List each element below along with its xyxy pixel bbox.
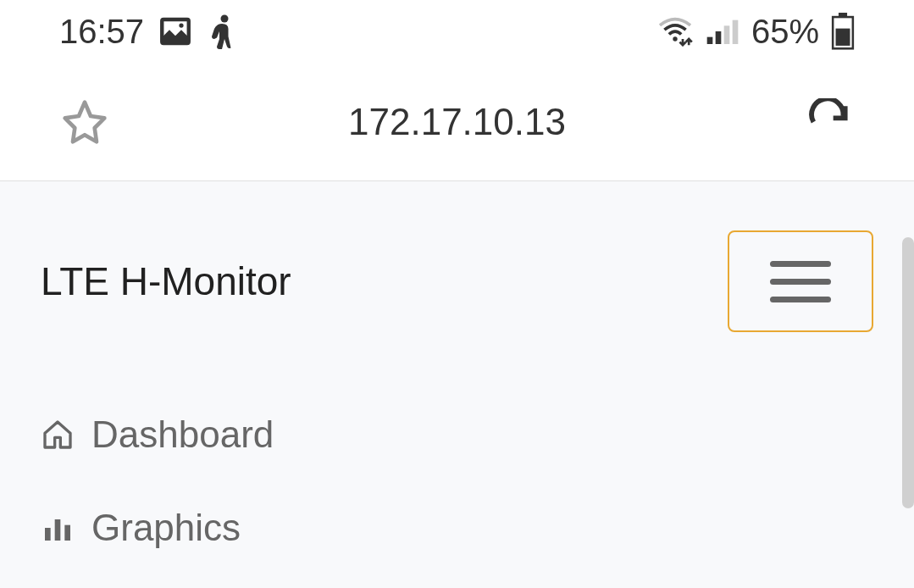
svg-rect-10 [836,29,850,46]
battery-percent: 65% [751,13,819,51]
svg-rect-12 [55,519,61,541]
hamburger-icon [770,261,831,302]
image-icon [158,14,193,49]
svg-point-2 [221,15,229,23]
svg-rect-11 [45,528,51,541]
status-bar-right: 65% [656,13,855,51]
app-title: LTE H-Monitor [41,258,291,304]
svg-rect-6 [724,25,730,44]
hamburger-menu-button[interactable] [728,230,873,332]
status-time: 16:57 [59,13,144,51]
bookmark-star-icon[interactable] [59,97,110,147]
browser-address-bar: 172.17.10.13 [0,63,914,181]
nav-item-label: Graphics [91,507,241,549]
nav-menu: Dashboard Graphics [0,381,914,581]
app-header: LTE H-Monitor [0,181,914,381]
svg-point-3 [673,36,677,41]
svg-rect-7 [733,20,739,44]
nav-item-dashboard[interactable]: Dashboard [41,388,873,481]
scrollbar[interactable] [902,237,914,508]
svg-rect-4 [707,37,713,44]
signal-icon [706,16,740,47]
svg-point-1 [179,23,183,27]
reload-icon[interactable] [804,97,855,147]
chart-icon [41,511,75,545]
status-bar: 16:57 [0,0,914,63]
page-content: LTE H-Monitor Dashboard [0,181,914,588]
svg-rect-13 [64,525,70,541]
wifi-icon [656,16,694,47]
svg-rect-5 [716,31,722,44]
nav-item-label: Dashboard [91,413,274,456]
activity-icon [207,14,237,49]
browser-url-text[interactable]: 172.17.10.13 [110,101,804,143]
home-icon [41,418,75,452]
status-bar-left: 16:57 [59,13,237,51]
nav-item-graphics[interactable]: Graphics [41,481,873,574]
battery-icon [831,13,855,50]
